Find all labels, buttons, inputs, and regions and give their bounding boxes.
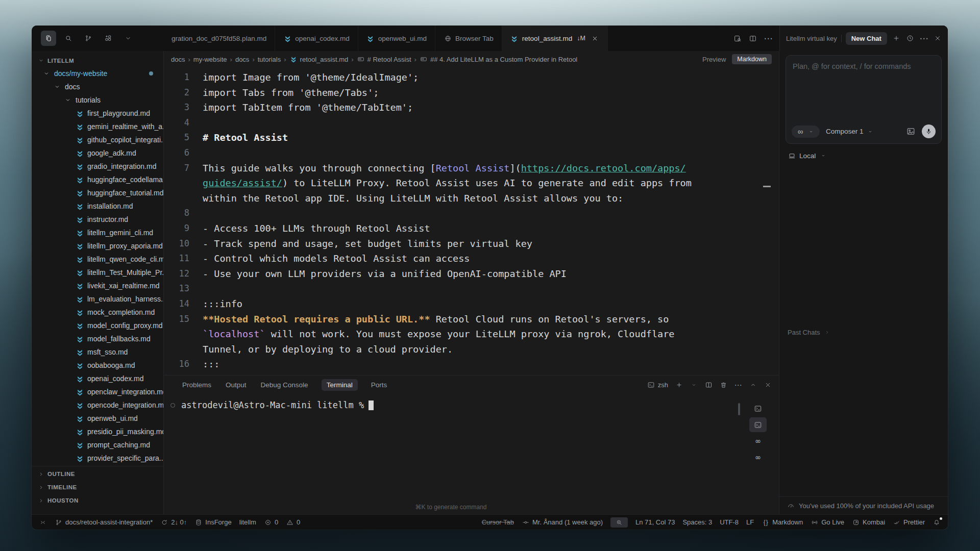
tree-file-row[interactable]: opencode_integration.md (32, 398, 163, 412)
tree-file-row[interactable]: huggingface_codellama... (32, 173, 163, 186)
attach-image-button[interactable] (906, 127, 916, 136)
voice-input-button[interactable] (922, 124, 936, 138)
chat-more-button[interactable]: ⋯ (920, 34, 928, 42)
chat-tab-litellm-virtual-key[interactable]: Litellm virtual key (786, 35, 837, 42)
breadcrumb-item[interactable]: retool_assist.md (289, 55, 349, 63)
breadcrumb-item[interactable]: my-website (193, 56, 227, 63)
status-git-blame[interactable]: Mr. Ånand (1 week ago) (522, 518, 603, 527)
activity-source-control-button[interactable] (81, 31, 96, 46)
status-go-live[interactable]: Go Live (811, 518, 844, 527)
panel-tab-terminal[interactable]: Terminal (322, 379, 358, 391)
tree-file-row[interactable]: openai_codex.md (32, 372, 163, 385)
terminal-instance-terminal[interactable] (749, 417, 767, 432)
sidebar-section-timeline[interactable]: TIMELINE (32, 481, 163, 494)
past-chats[interactable]: Past Chats (786, 328, 942, 336)
breadcrumb-item[interactable]: docs (171, 56, 185, 63)
tree-file-row[interactable]: gradio_integration.md (32, 160, 163, 173)
tree-file-row[interactable]: google_adk.md (32, 146, 163, 160)
status-litellm[interactable]: litellm (239, 518, 256, 526)
tree-file-row[interactable]: oobabooga.md (32, 359, 163, 372)
tree-file-row[interactable]: litellm_qwen_code_cli.md (32, 253, 163, 266)
status-warnings[interactable]: 0 (286, 518, 300, 527)
tree-file-row[interactable]: model_config_proxy.md (32, 319, 163, 332)
explorer-root-litellm[interactable]: LITELLM (32, 54, 163, 67)
tree-file-row[interactable]: model_fallbacks.md (32, 332, 163, 345)
terminal-action-trash[interactable] (719, 381, 727, 389)
editor-tab[interactable]: gration_doc_d075fd58.plan.md (163, 26, 275, 51)
tree-file-row[interactable]: msft_sso.md (32, 345, 163, 359)
terminal-action-chevron-up[interactable] (749, 381, 757, 389)
breadcrumb-item[interactable]: ## 4. Add LiteLLM as a Custom Provider i… (420, 55, 694, 63)
terminal-action-plus[interactable] (675, 381, 683, 389)
terminal-action-split[interactable] (704, 381, 713, 389)
status-cursor-position[interactable]: Ln 71, Col 73 (635, 518, 675, 526)
tree-file-row[interactable]: mock_completion.md (32, 306, 163, 319)
scrollbar-marker[interactable] (763, 186, 771, 187)
activity-files-button[interactable] (41, 31, 56, 46)
editor-action-split-button[interactable] (749, 34, 757, 42)
tree-file-row[interactable]: presidio_pii_masking.md (32, 425, 163, 438)
status-insforge[interactable]: InsForge (194, 518, 231, 527)
tree-file-row[interactable]: litellm_Test_Multiple_Pr... (32, 266, 163, 279)
status-prettier[interactable]: Prettier (893, 518, 925, 527)
status-kombai[interactable]: Kombai (852, 518, 885, 527)
terminal-instance-infinity[interactable]: ∞ (749, 434, 767, 448)
new-chat-plus-button[interactable] (892, 34, 900, 42)
terminal-action-chevron-down[interactable] (690, 381, 698, 389)
sidebar-section-houston[interactable]: HOUSTON (32, 494, 163, 507)
panel-tab-output[interactable]: Output (225, 379, 248, 391)
editor-action-preview-button[interactable] (733, 34, 742, 42)
tree-file-row[interactable]: prompt_caching.md (32, 438, 163, 452)
terminal-action-terminal-zsh[interactable]: zsh (647, 381, 668, 389)
activity-extensions-button[interactable] (101, 31, 116, 46)
tree-file-row[interactable]: instructor.md (32, 213, 163, 226)
breadcrumb-item[interactable]: tutorials (258, 56, 281, 63)
composer-selector[interactable]: Composer 1 (826, 128, 874, 136)
status-errors[interactable]: 0 (264, 518, 278, 527)
chat-input[interactable]: Plan, @ for context, / for commands ∞ Co… (786, 55, 942, 144)
tree-file-row[interactable]: litellm_gemini_cli.md (32, 226, 163, 239)
chat-close-button[interactable] (934, 34, 942, 42)
chat-history-button[interactable] (906, 34, 914, 42)
tree-file-row[interactable]: github_copilot_integrati... (32, 133, 163, 146)
status-git-branch[interactable]: docs/retool-assist-integration* (55, 518, 153, 527)
status-eol[interactable]: LF (746, 518, 754, 526)
markdown-mode-button[interactable]: Markdown (732, 54, 772, 64)
tree-file-row[interactable]: gemini_realtime_with_a... (32, 120, 163, 133)
tree-file-row[interactable]: provider_specific_para... (32, 452, 163, 465)
panel-tab-problems[interactable]: Problems (181, 379, 212, 391)
panel-tab-debug-console[interactable]: Debug Console (260, 379, 309, 391)
panel-tab-ports[interactable]: Ports (370, 379, 388, 391)
breadcrumb-item[interactable]: # Retool Assist (357, 55, 411, 63)
chat-tab-new-chat[interactable]: New Chat (846, 32, 887, 45)
code-editor[interactable]: 1import Image from '@theme/IdealImage';2… (164, 67, 779, 375)
tree-folder-row[interactable]: docs/my-website (32, 67, 163, 80)
status-git-sync[interactable]: 2↓ 0↑ (160, 518, 187, 527)
status-indentation[interactable]: Spaces: 3 (682, 518, 712, 526)
environment-selector[interactable]: Local (786, 152, 942, 160)
tree-file-row[interactable]: installation.md (32, 199, 163, 213)
tree-file-row[interactable]: livekit_xai_realtime.md (32, 279, 163, 292)
terminal-action-close[interactable] (764, 381, 772, 389)
terminal-content[interactable]: astrodevil@Astro-Mac-mini litellm % ⌘K t… (164, 394, 779, 514)
tree-file-row[interactable]: first_playground.md (32, 107, 163, 120)
tree-file-row[interactable]: litellm_proxy_aporia.md (32, 239, 163, 253)
tab-close-button[interactable] (591, 34, 599, 42)
editor-action-more-button[interactable]: ⋯ (764, 34, 772, 42)
agent-mode-pill[interactable]: ∞ (792, 126, 820, 138)
tree-file-row[interactable]: lm_evaluation_harness... (32, 292, 163, 306)
terminal-instance-terminal[interactable] (749, 401, 767, 416)
breadcrumb-item[interactable]: docs (235, 56, 249, 63)
tree-folder-row[interactable]: docs (32, 80, 163, 93)
editor-tab[interactable]: openweb_ui.md (358, 26, 435, 51)
editor-tab[interactable]: openai_codex.md (275, 26, 358, 51)
status-notifications[interactable] (933, 518, 941, 527)
activity-search-button[interactable] (61, 31, 76, 46)
tree-file-row[interactable]: openclaw_integration.md (32, 385, 163, 398)
editor-tab[interactable]: Browser Tab (435, 26, 502, 51)
status-language[interactable]: { }Markdown (762, 518, 803, 527)
sidebar-section-outline[interactable]: OUTLINE (32, 467, 163, 481)
terminal-instance-infinity[interactable]: ∞ (749, 450, 767, 465)
editor-tab[interactable]: retool_assist.md↓M (502, 26, 608, 51)
tree-file-row[interactable]: huggingface_tutorial.md (32, 186, 163, 199)
